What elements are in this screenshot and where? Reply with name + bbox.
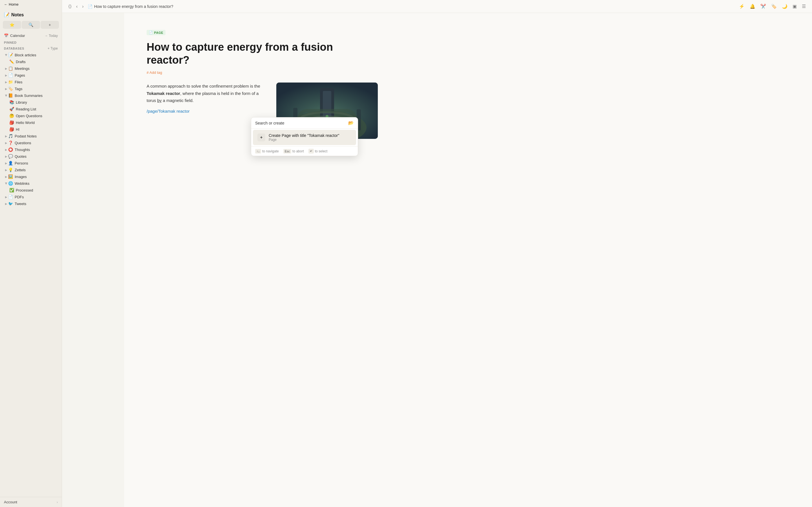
select-label: to select: [315, 149, 327, 153]
sidebar-item-open-questions[interactable]: 🤔 Open Questions: [1, 112, 61, 119]
thoughts-label: Thoughts: [15, 148, 57, 152]
chevron-icon: ▶: [5, 142, 7, 145]
dropdown-footer: ↑↓ to navigate Esc to abort ↵ to select: [251, 146, 358, 156]
home-back-button[interactable]: ← Home: [0, 0, 62, 9]
account-chevron-icon: ›: [57, 500, 58, 504]
sidebar-item-persons[interactable]: ▶ 👤 Persons: [1, 160, 61, 166]
tweets-icon: 🐦: [8, 202, 13, 206]
chevron-icon: ▶: [5, 94, 8, 97]
home-label: Home: [9, 2, 18, 6]
reading-list-icon: 🚀: [9, 107, 14, 111]
sidebar-item-block-articles[interactable]: ▶ 📝 Block articles: [1, 52, 61, 58]
persons-icon: 👤: [8, 161, 13, 165]
today-button[interactable]: → Today: [45, 34, 58, 38]
enter-key: ↵: [308, 149, 314, 154]
sidebar-item-tags[interactable]: ▶ 🏷️ Tags: [1, 86, 61, 92]
sidebar-item-book-summaries[interactable]: ▶ 📙 Book Summaries: [1, 92, 61, 99]
sidebar-item-hello-world[interactable]: 🎒 Hello World: [1, 119, 61, 126]
navigate-hint: ↑↓ to navigate: [255, 149, 279, 154]
sidebar-item-hi[interactable]: 🎒 HI: [1, 126, 61, 133]
forward-button[interactable]: ›: [80, 3, 85, 10]
sidebar-item-questions[interactable]: ▶ ❓ Questions: [1, 139, 61, 146]
action-tag-button[interactable]: 🏷️: [769, 3, 778, 10]
action-moon-button[interactable]: 🌙: [780, 3, 789, 10]
podast-notes-icon: 🎵: [8, 134, 13, 138]
persons-label: Persons: [15, 161, 57, 165]
collapse-sidebar-button[interactable]: ⟨⟩: [66, 3, 73, 10]
sidebar-item-library[interactable]: 📚 Library: [1, 99, 61, 106]
questions-label: Questions: [15, 141, 57, 145]
sidebar-content: 📅 Calendar → Today PINNED DATABASES + Ty…: [0, 31, 62, 497]
weblinks-label: Weblinks: [15, 181, 57, 186]
sidebar-item-meetings[interactable]: ▶ 📋 Meetings: [1, 65, 61, 72]
action-cut-button[interactable]: ✂️: [759, 3, 768, 10]
sidebar-item-processed[interactable]: ✅ Processed: [1, 187, 61, 193]
sidebar-item-pdfs[interactable]: ▶ 📄 PDFs: [1, 193, 61, 200]
sidebar-item-zettels[interactable]: ▶ 💡 Zettels: [1, 166, 61, 173]
navigate-label: to navigate: [262, 149, 279, 153]
search-button[interactable]: 🔍: [22, 21, 40, 29]
plus-icon: +: [257, 133, 265, 142]
chevron-icon: ▶: [5, 80, 7, 83]
drafts-icon: ✏️: [9, 59, 14, 64]
chevron-icon: ▶: [5, 155, 7, 158]
app-title: Notes: [11, 12, 24, 17]
databases-label: DATABASES: [4, 47, 24, 50]
sidebar-header: 📝 Notes: [0, 9, 62, 20]
block-articles-label: Block articles: [15, 53, 57, 57]
action-layout-button[interactable]: ▣: [791, 3, 799, 10]
hi-icon: 🎒: [9, 127, 14, 131]
account-section[interactable]: Account ›: [0, 497, 62, 507]
book-summaries-icon: 📙: [8, 93, 13, 98]
action-bell-button[interactable]: 🔔: [748, 3, 757, 10]
chevron-icon: ▶: [5, 182, 8, 184]
images-label: Images: [15, 175, 57, 179]
thoughts-icon: ⭕: [8, 147, 13, 152]
link-input-block[interactable]: [147, 109, 265, 114]
sidebar-item-podast-notes[interactable]: ▶ 🎵 Podast Notes: [1, 133, 61, 139]
body-text-1: A common approach to solve the confineme…: [147, 83, 260, 89]
tags-label: Tags: [15, 87, 57, 91]
pages-label: Pages: [15, 73, 57, 77]
chevron-icon: ▶: [5, 162, 7, 165]
topbar-page-title: How to capture energy from a fusion reac…: [94, 4, 173, 9]
add-tag-label: # Add tag: [147, 70, 162, 75]
sidebar-item-images[interactable]: ▶ 🖼️ Images: [1, 173, 61, 180]
option-subtitle: Page: [269, 138, 339, 142]
body-underline: by: [157, 98, 162, 103]
option-content: Create Page with title "Tokamak reactor"…: [269, 133, 339, 142]
new-page-button[interactable]: +: [41, 21, 59, 29]
open-questions-label: Open Questions: [16, 114, 57, 118]
meetings-label: Meetings: [15, 66, 57, 71]
create-page-option[interactable]: + Create Page with title "Tokamak reacto…: [253, 130, 356, 145]
sidebar-item-weblinks[interactable]: ▶ 🌐 Weblinks: [1, 180, 61, 187]
chevron-icon: ▶: [5, 148, 7, 151]
back-button[interactable]: ‹: [74, 3, 79, 10]
calendar-label: Calendar: [10, 34, 25, 38]
action-bolt-button[interactable]: ⚡: [737, 3, 746, 10]
add-tag-button[interactable]: # Add tag: [147, 70, 790, 75]
calendar-item[interactable]: 📅 Calendar → Today: [0, 32, 62, 39]
pages-icon: 📄: [8, 73, 13, 77]
dropdown-search-input[interactable]: [255, 121, 346, 125]
esc-key: Esc: [283, 149, 291, 154]
page-doc-icon: 📄: [88, 4, 93, 9]
link-input[interactable]: [147, 109, 200, 114]
sidebar-item-reading-list[interactable]: 🚀 Reading List: [1, 106, 61, 112]
sidebar-item-drafts[interactable]: ✏️ Drafts: [1, 58, 61, 65]
sidebar-item-files[interactable]: ▶ 📁 Files: [1, 78, 61, 86]
select-hint: ↵ to select: [308, 149, 327, 154]
sidebar-item-thoughts[interactable]: ▶ ⭕ Thoughts: [1, 146, 61, 153]
sidebar-item-quotes[interactable]: ▶ 💬 Quotes: [1, 153, 61, 160]
reading-list-label: Reading List: [16, 107, 57, 111]
navigate-keys: ↑↓: [255, 149, 261, 154]
processed-icon: ✅: [9, 188, 14, 192]
sidebar-item-pages[interactable]: ▶ 📄 Pages: [1, 72, 61, 78]
sidebar-item-tweets[interactable]: ▶ 🐦 Tweets: [1, 200, 61, 207]
zettels-icon: 💡: [8, 168, 13, 172]
pdfs-icon: 📄: [8, 194, 13, 199]
action-menu-button[interactable]: ☰: [800, 3, 808, 10]
content-text: A common approach to solve the confineme…: [147, 82, 265, 114]
highlight-button[interactable]: ⭐: [3, 21, 21, 29]
add-type-button[interactable]: + Type: [48, 47, 58, 50]
